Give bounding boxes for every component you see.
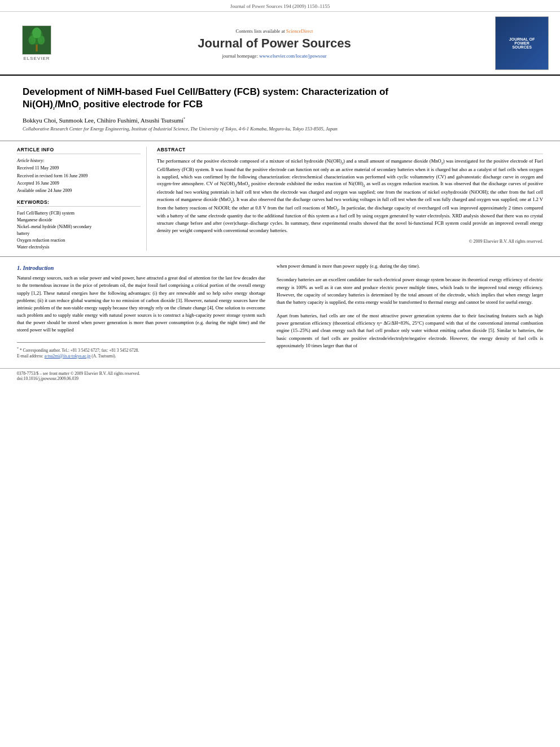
footer-issn: 0378-7753/$ – see front matter © 2009 El… — [17, 371, 140, 381]
footnote-divider: * * Corresponding author. Tel.: +81 3 54… — [17, 342, 265, 360]
svg-point-4 — [32, 28, 41, 38]
available-date: Available online 24 June 2009 — [17, 187, 141, 194]
intro-para2: when power demand is more than power sup… — [277, 263, 543, 270]
footnote-email-link[interactable]: a-tsu2mi@iis.u-tokyo.ac.jp — [45, 353, 91, 359]
body-right-col: when power demand is more than power sup… — [277, 263, 543, 359]
homepage-url[interactable]: www.elsevier.com/locate/jpowsour — [259, 53, 326, 59]
contents-line: Contents lists available at ScienceDirec… — [62, 28, 487, 34]
journal-header: ELSEVIER Contents lists available at Sci… — [0, 12, 560, 76]
received-date: Received 11 May 2009 — [17, 165, 141, 171]
article-title: Development of NiMH-based Fuel Cell/Batt… — [23, 86, 537, 111]
intro-para4: Apart from batteries, fuel cells are one… — [277, 312, 543, 350]
journal-cover-image: JOURNAL OF POWER SOURCES — [495, 16, 549, 70]
body-section: 1. Introduction Natural energy sources, … — [0, 257, 560, 365]
keyword-1: Fuel Cell/Battery (FCB) system — [17, 210, 141, 217]
keyword-4: Oxygen reduction reaction — [17, 237, 141, 244]
svg-rect-0 — [36, 45, 37, 51]
page-footer: 0378-7753/$ – see front matter © 2009 El… — [0, 368, 560, 383]
copyright-line: © 2009 Elsevier B.V. All rights reserved… — [157, 239, 543, 244]
keyword-5: Water electrolysis — [17, 244, 141, 251]
journal-cover-text: JOURNAL OF POWER SOURCES — [507, 35, 537, 51]
abstract-text: The performance of the positive electrod… — [157, 158, 543, 234]
elsevier-text: ELSEVIER — [23, 56, 50, 61]
affiliation: Collaborative Research Center for Energy… — [23, 126, 537, 132]
sciencedirect-link[interactable]: ScienceDirect — [286, 28, 313, 34]
intro-heading: 1. Introduction — [17, 265, 265, 271]
article-info-col: ARTICLE INFO Article history: Received 1… — [17, 147, 147, 251]
journal-cover-area: JOURNAL OF POWER SOURCES — [487, 16, 549, 70]
article-info-label: ARTICLE INFO — [17, 147, 141, 154]
accepted-date: Accepted 16 June 2009 — [17, 180, 141, 186]
abstract-label: ABSTRACT — [157, 147, 543, 154]
body-left-col: 1. Introduction Natural energy sources, … — [17, 263, 265, 359]
article-title-section: Development of NiMH-based Fuel Cell/Batt… — [0, 76, 560, 141]
article-info-abstract: ARTICLE INFO Article history: Received 1… — [0, 141, 560, 257]
journal-homepage: journal homepage: www.elsevier.com/locat… — [62, 53, 487, 59]
intro-para1: Natural energy sources, such as solar po… — [17, 274, 265, 334]
keyword-3: Nickel–metal hydride (NiMH) secondarybat… — [17, 224, 141, 237]
keyword-2: Manganese dioxide — [17, 217, 141, 224]
abstract-col: ABSTRACT The performance of the positive… — [157, 147, 543, 251]
intro-para3: Secondary batteries are an excellent can… — [277, 276, 543, 306]
keywords-section: Keywords: Fuel Cell/Battery (FCB) system… — [17, 199, 141, 251]
article-history-label: Article history: — [17, 158, 141, 164]
elsevier-tree-icon — [22, 25, 51, 55]
elsevier-logo: ELSEVIER — [11, 25, 62, 61]
authors: Bokkyu Choi, Sunmook Lee, Chihiro Fushim… — [23, 117, 537, 124]
citation-text: Journal of Power Sources 194 (2009) 1150… — [230, 3, 330, 9]
journal-title: Journal of Power Sources — [62, 36, 487, 51]
keywords-label: Keywords: — [17, 199, 141, 207]
journal-header-center: Contents lists available at ScienceDirec… — [62, 28, 487, 59]
citation-bar: Journal of Power Sources 194 (2009) 1150… — [0, 0, 560, 12]
footnote-star: * * Corresponding author. Tel.: +81 3 54… — [17, 346, 265, 360]
revised-date: Received in revised form 16 June 2009 — [17, 173, 141, 179]
